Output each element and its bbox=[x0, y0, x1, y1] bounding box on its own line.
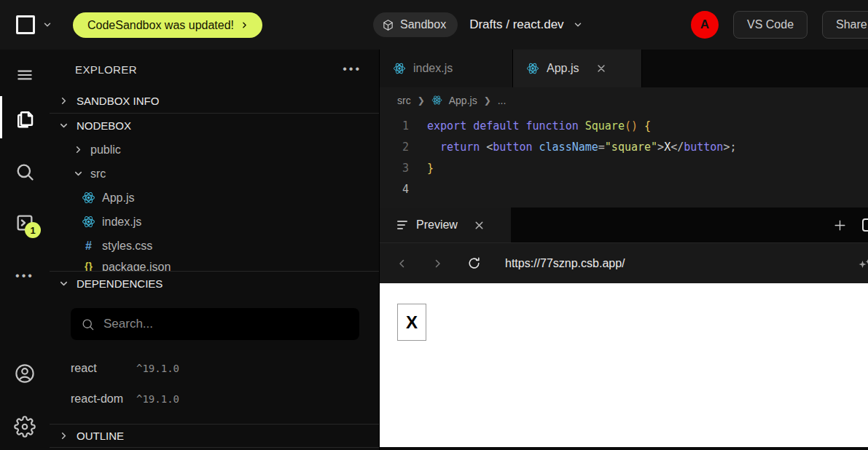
tree-item-src[interactable]: src bbox=[50, 162, 379, 186]
line-number: 3 bbox=[380, 162, 427, 175]
dependency-react-dom[interactable]: react-dom^19.1.0 bbox=[50, 384, 379, 414]
react-file-icon bbox=[82, 191, 95, 205]
section-outline[interactable]: OUTLINE bbox=[50, 424, 379, 448]
dependency-name: react-dom bbox=[71, 392, 126, 406]
preview-content: X bbox=[380, 283, 868, 450]
code-token: < bbox=[486, 141, 493, 154]
topbar: CodeSandbox was updated! Sandbox Drafts … bbox=[0, 0, 868, 50]
section-label: OUTLINE bbox=[77, 430, 124, 442]
close-icon[interactable] bbox=[596, 63, 606, 74]
update-banner-text: CodeSandbox was updated! bbox=[87, 19, 234, 32]
code-token: export default bbox=[427, 119, 525, 133]
chevron-down-icon bbox=[58, 278, 69, 289]
workbench: index.jsApp.js src ❯ App.js ❯ ... 1expor… bbox=[380, 50, 868, 450]
editor-tab-strip: index.jsApp.js bbox=[380, 50, 868, 87]
preview-url[interactable]: https://77sznp.csb.app/ bbox=[505, 257, 868, 270]
close-icon[interactable] bbox=[474, 220, 485, 231]
chevron-right-icon bbox=[58, 430, 69, 441]
activity-bar: 1 ••• bbox=[0, 50, 50, 450]
code-token: { bbox=[644, 119, 651, 133]
more-actions-icon[interactable]: ••• bbox=[0, 259, 50, 293]
section-label: DEPENDENCIES bbox=[77, 277, 163, 290]
back-button[interactable] bbox=[390, 251, 415, 276]
section-label: SANDBOX INFO bbox=[77, 95, 159, 107]
square-button[interactable]: X bbox=[397, 304, 426, 341]
editor-tab-index-js[interactable]: index.js bbox=[380, 50, 513, 87]
tree-item-label: package.json bbox=[102, 261, 171, 271]
line-number: 4 bbox=[380, 183, 427, 196]
explorer-header: EXPLORER ••• bbox=[50, 50, 379, 79]
terminal-badge: 1 bbox=[25, 222, 41, 238]
files-icon[interactable] bbox=[0, 100, 50, 137]
tree-item-label: styles.css bbox=[102, 240, 152, 253]
section-dependencies[interactable]: DEPENDENCIES bbox=[50, 272, 379, 296]
tree-item-public[interactable]: public bbox=[50, 138, 379, 162]
code-line-3: 3} bbox=[380, 157, 868, 178]
code-token: </ bbox=[670, 141, 684, 154]
preview-navbar: https://77sznp.csb.app/ bbox=[380, 242, 868, 283]
tree-item-label: App.js bbox=[102, 192, 134, 205]
preview-tab-label: Preview bbox=[416, 218, 458, 232]
preview-tab[interactable]: Preview bbox=[380, 208, 511, 242]
project-breadcrumb-label: Drafts / react.dev bbox=[469, 17, 563, 32]
explorer-title: EXPLORER bbox=[75, 63, 137, 76]
add-preview-icon[interactable] bbox=[833, 218, 847, 232]
react-file-icon bbox=[82, 215, 95, 229]
share-button[interactable]: Share bbox=[822, 11, 868, 39]
code-token: = bbox=[598, 141, 605, 154]
code-line-1: 1export default function Square() { bbox=[380, 115, 868, 136]
chevron-right-icon bbox=[240, 20, 249, 30]
refresh-icon[interactable] bbox=[461, 251, 486, 276]
chevron-right-icon bbox=[58, 95, 69, 106]
code-token: () bbox=[625, 119, 638, 133]
dependency-version: ^19.1.0 bbox=[136, 393, 179, 405]
tree-item-index-js[interactable]: index.js bbox=[50, 210, 379, 234]
sandbox-badge-label: Sandbox bbox=[400, 18, 446, 31]
layout-icon[interactable] bbox=[862, 218, 868, 232]
sparkles-icon[interactable] bbox=[857, 257, 868, 272]
project-breadcrumb[interactable]: Drafts / react.dev bbox=[469, 17, 582, 32]
code-editor[interactable]: 1export default function Square() {2 ret… bbox=[380, 113, 868, 208]
preview-bottom-edge bbox=[380, 447, 868, 450]
editor-breadcrumb[interactable]: src ❯ App.js ❯ ... bbox=[380, 87, 868, 113]
breadcrumb-dir: src bbox=[397, 95, 411, 106]
breadcrumb-separator: ❯ bbox=[484, 95, 491, 106]
dependency-search-input[interactable] bbox=[103, 317, 349, 331]
update-banner-button[interactable]: CodeSandbox was updated! bbox=[73, 12, 262, 38]
search-icon[interactable] bbox=[0, 155, 50, 189]
json-file-icon: {} bbox=[82, 261, 95, 271]
tree-item-styles-css[interactable]: #styles.css bbox=[50, 234, 379, 258]
workspace-menu[interactable] bbox=[16, 0, 52, 50]
tree-item-label: public bbox=[90, 143, 121, 157]
dependency-list: react^19.1.0react-dom^19.1.0 bbox=[50, 353, 379, 414]
chevron-down-icon bbox=[573, 20, 583, 30]
code-token bbox=[427, 141, 440, 154]
editor-tab-app-js[interactable]: App.js bbox=[513, 50, 642, 87]
chevron-down-icon bbox=[73, 168, 84, 179]
breadcrumb-file: App.js bbox=[449, 95, 477, 106]
explorer-more-icon[interactable]: ••• bbox=[343, 66, 361, 73]
section-nodebox[interactable]: NODEBOX bbox=[50, 114, 379, 138]
vscode-button[interactable]: VS Code bbox=[733, 11, 808, 39]
topbar-right: A VS Code Share bbox=[691, 0, 868, 50]
forward-button[interactable] bbox=[425, 251, 450, 276]
tree-item-app-js[interactable]: App.js bbox=[50, 186, 379, 210]
breadcrumb-separator: ❯ bbox=[418, 95, 425, 106]
topbar-center: Sandbox Drafts / react.dev bbox=[373, 0, 583, 50]
code-token: >; bbox=[723, 141, 736, 154]
dependency-react[interactable]: react^19.1.0 bbox=[50, 353, 379, 384]
codesandbox-logo-icon bbox=[16, 15, 35, 34]
tree-item-package-json[interactable]: {}package.json bbox=[50, 258, 379, 271]
code-token: Square bbox=[585, 119, 625, 133]
avatar[interactable]: A bbox=[691, 11, 719, 39]
chevron-down-icon bbox=[58, 120, 69, 131]
menu-icon[interactable] bbox=[0, 58, 50, 92]
account-icon[interactable] bbox=[0, 357, 50, 390]
preview-list-icon bbox=[397, 221, 407, 229]
settings-gear-icon[interactable] bbox=[0, 410, 50, 443]
terminal-icon[interactable]: 1 bbox=[0, 206, 50, 240]
code-token: className bbox=[539, 141, 598, 154]
breadcrumb-more: ... bbox=[498, 95, 507, 106]
sandbox-badge: Sandbox bbox=[373, 12, 458, 37]
section-sandbox-info[interactable]: SANDBOX INFO bbox=[50, 89, 379, 113]
